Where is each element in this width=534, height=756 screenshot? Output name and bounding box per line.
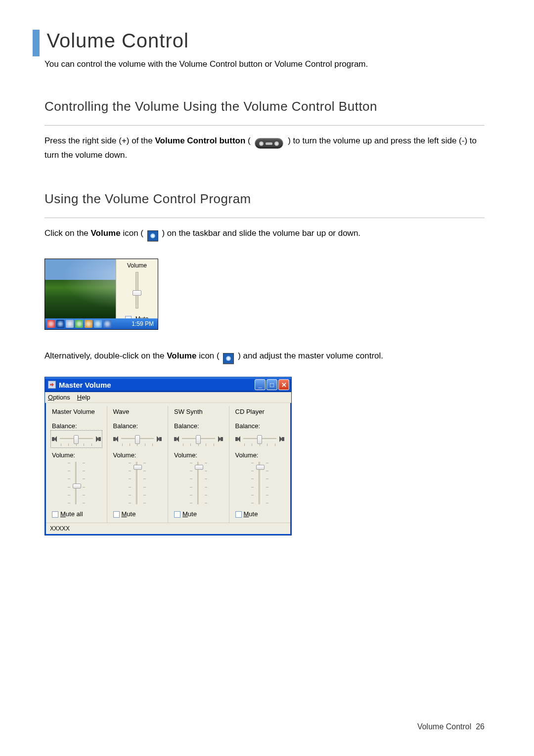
balance-track[interactable] [121,438,154,440]
mute-checkbox[interactable] [174,511,180,518]
mute-checkbox[interactable] [52,511,58,518]
balance-label: Balance: [52,422,101,430]
title-accent-bar [33,30,40,56]
section-divider-2 [44,218,485,218]
speaker-right-icon [278,436,284,442]
footer-page: 26 [476,722,485,731]
speaker-left-icon [174,436,180,442]
volume-label: Volume: [235,451,285,459]
volume-thumb[interactable] [134,465,142,470]
app-icon [48,381,56,389]
mute-row: Mute [113,510,162,518]
volume-popup-thumb[interactable] [133,290,141,296]
section-divider [44,125,485,126]
tray-icon[interactable] [103,320,111,328]
tray-clock: 1:59 PM [132,320,156,327]
mixer-grid: Master VolumeBalance:Volume:Mute allWave… [46,406,290,523]
speaker-left-icon [113,436,119,442]
volume-slider[interactable] [259,462,261,504]
section2-line1: Click on the Volume icon ( ) on the task… [44,227,485,241]
volume-rocker-icon [255,138,283,149]
s1-paren-close: ) [288,136,293,145]
speaker-left-icon [235,436,241,442]
mute-row: Mute [174,510,223,518]
section1-heading: Controlling the Volume Using the Volume … [44,99,485,114]
s2l1-a: Click on the [44,228,91,238]
s2l2-bold: Volume [167,351,196,360]
speaker-right-icon [156,436,162,442]
close-button[interactable]: ✕ [278,379,289,390]
balance-thumb[interactable] [74,435,79,444]
volume-tray-icon [147,230,158,241]
balance-slider[interactable] [235,432,285,446]
mixer-channel: Master VolumeBalance:Volume:Mute all [46,406,107,523]
tray-icon[interactable] [94,320,102,328]
menu-options-rest: ptions [53,394,70,401]
speaker-right-icon [217,436,223,442]
minimize-icon: _ [258,382,262,388]
s1-pre: Press the right side (+) of the [44,136,155,145]
tray-icon[interactable] [47,320,55,328]
mixer-channel: SW SynthBalance:Volume:Mute [168,406,229,523]
section1-body: Press the right side (+) of the Volume C… [44,134,485,162]
speaker-left-icon [52,436,58,442]
maximize-button[interactable]: □ [267,379,277,390]
mute-label: Mute [122,510,136,518]
channel-name: Master Volume [52,408,101,415]
balance-label: Balance: [174,422,223,430]
page-title-row: Volume Control [33,30,485,56]
volume-thumb[interactable] [73,484,81,489]
volume-thumb[interactable] [256,465,265,470]
mute-row: Mute all [52,510,101,518]
balance-track[interactable] [60,438,93,440]
s2l1-bold: Volume [91,228,121,238]
volume-popup-slider[interactable] [135,272,138,309]
balance-slider[interactable] [52,432,101,446]
s2l2-a: Alternatively, double-click on the [44,351,167,360]
balance-thumb[interactable] [257,435,262,444]
balance-thumb[interactable] [135,435,140,444]
page-title: Volume Control [46,30,188,51]
volume-slider[interactable] [197,462,200,504]
mute-checkbox[interactable] [235,511,242,518]
volume-slider[interactable] [75,462,78,504]
tray-icon[interactable] [75,320,83,328]
s1-paren-open: ( [248,136,253,145]
titlebar[interactable]: Master Volume _ □ ✕ [45,377,291,392]
s2l2-b: icon ( [199,351,222,360]
mixer-channel: WaveBalance:Volume:Mute [107,406,169,523]
balance-track[interactable] [182,438,215,440]
balance-thumb[interactable] [196,435,201,444]
volume-label: Volume: [174,451,223,459]
minimize-button[interactable]: _ [255,379,266,390]
tray-icon[interactable] [66,320,74,328]
balance-track[interactable] [243,438,277,440]
balance-label: Balance: [235,422,285,430]
taskbar-tray: 1:59 PM [45,318,158,329]
intro-text: You can control the volume with the Volu… [44,59,485,69]
s2l1-b: icon ( [123,228,145,238]
tray-icon[interactable] [85,320,92,328]
tray-icon[interactable] [56,320,64,328]
channel-name: CD Player [235,408,285,415]
balance-slider[interactable] [174,432,223,446]
mute-label: Mute [182,510,197,518]
window-title: Master Volume [59,381,111,389]
desktop-wallpaper: Volume Mute [45,259,158,318]
mute-checkbox[interactable] [113,511,120,518]
section2-line2: Alternatively, double-click on the Volum… [44,350,485,364]
volume-popup-label: Volume [116,259,158,271]
channel-name: Wave [113,408,162,415]
mute-checkbox[interactable] [125,316,132,318]
mute-row: Mute [235,510,285,518]
volume-thumb[interactable] [195,465,203,470]
channel-name: SW Synth [174,408,223,415]
balance-slider[interactable] [113,432,162,446]
menu-options[interactable]: Options [48,394,70,401]
s1-bold: Volume Control button [155,136,245,145]
volume-slider[interactable] [136,462,138,504]
master-volume-window: Master Volume _ □ ✕ Options Help Master … [44,377,292,535]
menu-help[interactable]: Help [77,394,90,401]
mute-label: Mute all [60,510,83,518]
volume-label: Volume: [52,451,101,459]
